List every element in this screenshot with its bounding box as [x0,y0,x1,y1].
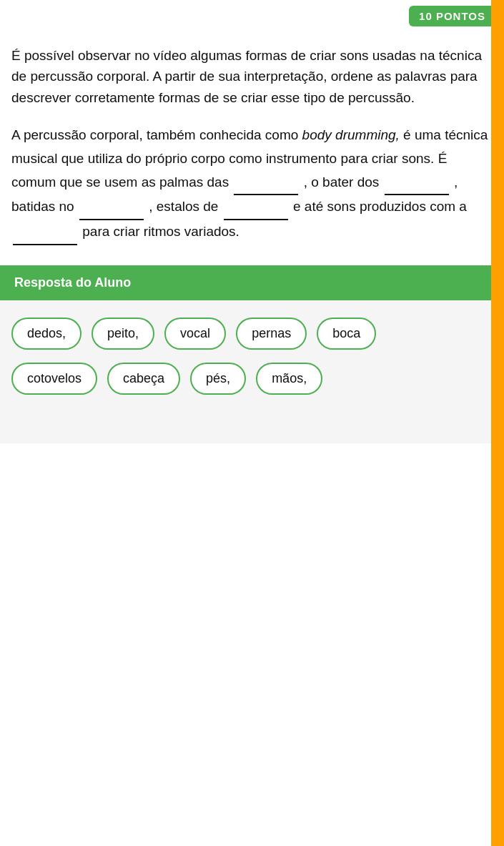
word-chip-pes[interactable]: pés, [190,363,246,395]
blank-4 [224,195,288,220]
question-paragraph1: É possível observar no vídeo algumas for… [11,45,490,108]
blank-2 [385,171,449,196]
answer-area: dedos, peito, vocal pernas boca cotovelo… [0,300,504,443]
word-chip-cotovelos[interactable]: cotovelos [11,363,97,395]
question-paragraph2: A percussão corporal, também conhecida c… [11,124,490,245]
blank-5 [13,220,77,245]
word-row-2: cotovelos cabeça pés, mãos, [11,363,493,395]
word-chip-peito[interactable]: peito, [92,318,154,350]
word-chip-vocal[interactable]: vocal [164,318,226,350]
text-segment-1: A percussão corporal, também conhecida c… [11,127,302,142]
text-segment-7: para criar ritmos variados. [79,224,239,239]
word-chip-maos[interactable]: mãos, [256,363,322,395]
blank-1 [234,171,298,196]
resposta-header-label: Resposta do Aluno [14,275,131,290]
word-chip-dedos[interactable]: dedos, [11,318,81,350]
pontos-badge: 10 PONTOS [409,6,495,26]
word-row-1: dedos, peito, vocal pernas boca [11,318,493,350]
text-segment-6: e até sons produzidos com a [290,199,467,214]
text-segment-3: , o bater dos [300,174,382,190]
right-bar [491,0,504,846]
main-content: É possível observar no vídeo algumas for… [0,32,504,245]
top-bar: 10 PONTOS [0,0,504,32]
word-chip-pernas[interactable]: pernas [236,318,307,350]
word-chip-boca[interactable]: boca [317,318,376,350]
resposta-header: Resposta do Aluno [0,265,504,300]
blank-3 [79,195,144,220]
text-italic: body drumming, [302,127,400,142]
text-segment-5: , estalos de [145,199,222,214]
word-chip-cabeca[interactable]: cabeça [107,363,180,395]
